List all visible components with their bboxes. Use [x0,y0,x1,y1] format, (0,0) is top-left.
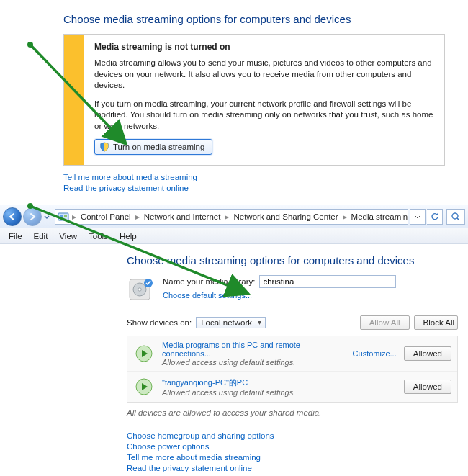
footer-note: All devices are allowed to access your s… [127,408,468,417]
choose-default-settings-link[interactable]: Choose default settings... [163,291,468,300]
menu-view[interactable]: View [53,230,83,242]
privacy-link-top[interactable]: Read the privacy statement online [63,184,445,192]
search-button[interactable] [446,209,465,225]
nav-history-dropdown[interactable] [43,209,50,225]
device-title[interactable]: Media programs on this PC and remote con… [162,341,346,358]
device-title[interactable]: "tangyanqiong-PC"的PC [162,377,397,388]
svg-rect-2 [64,215,67,217]
device-row: "tangyanqiong-PC"的PC Allowed access usin… [127,372,457,402]
crumb-network-internet[interactable]: Network and Internet [140,211,225,223]
crumb-media-streaming[interactable]: Media streaming options [348,211,408,223]
turn-on-media-streaming-button[interactable]: Turn on media streaming [94,139,212,155]
chevron-right-icon: ▸ [224,212,230,222]
svg-rect-1 [60,215,63,217]
menu-tools[interactable]: Tools [83,230,114,242]
arrow-left-icon [8,212,17,221]
crumb-network-sharing[interactable]: Network and Sharing Center [230,211,341,223]
nav-back-button[interactable] [3,207,22,226]
chevron-right-icon: ▸ [135,212,140,222]
turn-on-button-label: Turn on media streaming [113,143,204,151]
block-all-button[interactable]: Block All [414,315,458,330]
address-bar[interactable]: ▸ Control Panel ▸ Network and Internet ▸… [55,209,408,225]
remote-pc-icon [133,376,155,398]
svg-point-7 [138,288,141,291]
tell-me-more-link-top[interactable]: Tell me more about media streaming [63,173,445,181]
shield-icon [99,142,109,152]
customize-link[interactable]: Customize... [353,349,397,358]
menu-help[interactable]: Help [114,230,143,242]
warning-stripe [64,35,84,165]
page-title-top: Choose media streaming options for compu… [63,13,445,25]
info-para-1: Media streaming allows you to send your … [94,58,434,91]
nav-forward-button[interactable] [23,207,42,226]
info-box: Media streaming is not turned on Media s… [63,34,445,166]
address-dropdown-button[interactable] [410,209,426,225]
arrow-right-icon [28,212,37,221]
info-para-2: If you turn on media streaming, your cur… [94,99,434,133]
chevron-down-icon [414,213,421,220]
show-devices-label: Show devices on: [127,318,192,327]
device-subtitle: Allowed access using default settings. [162,388,397,397]
refresh-button[interactable] [427,209,443,225]
media-library-name-input[interactable] [259,275,396,288]
crumb-control-panel[interactable]: Control Panel [77,211,135,223]
device-status-button[interactable]: Allowed [404,380,451,394]
device-row: Media programs on this PC and remote con… [127,336,457,372]
search-icon [451,212,461,222]
library-drive-icon [127,275,156,304]
device-list: Media programs on this PC and remote con… [127,336,458,403]
page-title-main: Choose media streaming options for compu… [127,254,468,266]
chevron-right-icon: ▸ [342,212,348,222]
homegroup-link[interactable]: Choose homegroup and sharing options [127,431,468,440]
device-status-button[interactable]: Allowed [404,346,451,361]
device-subtitle: Allowed access using default settings. [162,358,346,367]
allow-all-button[interactable]: Allow All [360,315,410,330]
privacy-link-bottom[interactable]: Read the privacy statement online [127,464,468,472]
refresh-icon [431,212,439,221]
menu-edit[interactable]: Edit [28,230,54,242]
name-library-label: Name your media library: [163,277,255,286]
info-box-title: Media streaming is not turned on [94,42,434,52]
tell-me-more-link-bottom[interactable]: Tell me more about media streaming [127,453,468,462]
menu-file[interactable]: File [3,230,28,242]
control-panel-icon [58,211,69,223]
power-options-link[interactable]: Choose power options [127,442,468,451]
svg-line-4 [457,218,459,220]
chevron-right-icon: ▸ [71,212,77,222]
media-program-icon [133,343,155,364]
show-devices-select[interactable]: Local network [196,317,266,328]
svg-point-3 [452,213,458,219]
